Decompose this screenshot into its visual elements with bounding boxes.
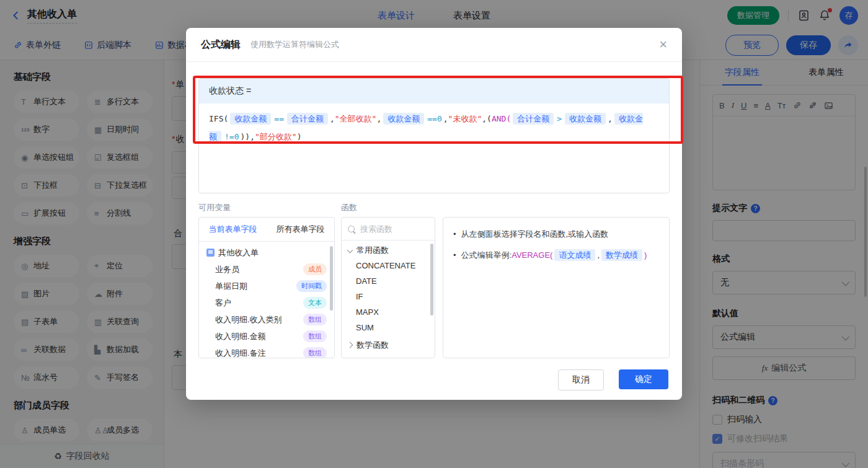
cancel-button[interactable]: 取消 (558, 369, 604, 391)
formula-target: 收款状态 = (199, 79, 669, 104)
close-icon[interactable]: × (659, 38, 667, 51)
function-item[interactable]: SUM (342, 320, 435, 335)
function-group-text[interactable]: 文本函数 (342, 355, 435, 358)
function-item[interactable]: IF (342, 289, 435, 304)
function-group-common[interactable]: 常用函数 (342, 242, 435, 258)
scrollbar[interactable] (330, 246, 333, 311)
chevron-right-icon (347, 342, 353, 348)
type-badge: 数组 (303, 347, 327, 358)
function-item[interactable]: DATE (342, 273, 435, 289)
function-item[interactable]: CONCATENATE (342, 258, 435, 273)
variable-item[interactable]: 收入明细.金额数组 (199, 328, 334, 345)
variable-item[interactable]: 单据日期时间戳 (199, 278, 334, 294)
tab-all-form-fields[interactable]: 所有表单字段 (267, 218, 334, 241)
variable-item[interactable]: 业务员成员 (199, 261, 334, 278)
help-panel: •从左侧面板选择字段名和函数,或输入函数 • 公式编辑举例:AVERAGE(语文… (443, 217, 670, 358)
field-token: 收款金额 (230, 113, 271, 125)
field-token: 合计金额 (513, 113, 554, 125)
formula-editor-modal: 公式编辑 使用数学运算符编辑公式 × 收款状态 = IFS(收款金额==合计金额… (186, 28, 682, 400)
scrollbar[interactable] (430, 244, 433, 316)
field-token: 收款金额 (383, 113, 424, 125)
field-token: 合计金额 (287, 113, 328, 125)
variables-panel: 当前表单字段 所有表单字段 其他收入单 业务员成员 单据日期时间戳 客户文本 收… (198, 217, 335, 358)
functions-label: 函数 (341, 202, 435, 217)
functions-panel: 常用函数 CONCATENATE DATE IF MAPX SUM 数学函数 文… (341, 217, 435, 358)
search-icon (348, 226, 355, 232)
formula-input-area[interactable]: 收款状态 = IFS(收款金额==合计金额,"全部收款",收款金额==0,"未收… (198, 78, 670, 193)
type-badge: 数组 (303, 314, 327, 325)
type-badge: 成员 (303, 263, 327, 275)
function-search-input[interactable] (359, 224, 417, 234)
type-badge: 文本 (303, 297, 327, 309)
variable-item[interactable]: 收入明细.收入类别数组 (199, 311, 334, 328)
help-example: 公式编辑举例:AVERAGE(语文成绩,数学成绩) (461, 249, 647, 262)
type-badge: 时间戳 (296, 280, 327, 292)
field-token: 收款金额 (565, 113, 606, 125)
function-item[interactable]: MAPX (342, 304, 435, 320)
variable-item[interactable]: 收入明细.备注数组 (199, 345, 334, 358)
form-node[interactable]: 其他收入单 (199, 244, 334, 261)
formula-expression: IFS(收款金额==合计金额,"全部收款",收款金额==0,"未收款",(AND… (199, 104, 669, 152)
variable-item[interactable]: 客户文本 (199, 294, 334, 311)
type-badge: 数组 (303, 330, 327, 342)
function-group-math[interactable]: 数学函数 (342, 337, 435, 353)
help-text: 从左侧面板选择字段名和函数,或输入函数 (461, 227, 609, 241)
modal-subtitle: 使用数学运算符编辑公式 (250, 39, 339, 50)
modal-title: 公式编辑 (201, 38, 241, 51)
form-doc-icon (206, 249, 215, 257)
chevron-down-icon (347, 247, 353, 254)
field-token: 数学成绩 (601, 249, 642, 261)
variables-label: 可用变量 (198, 202, 335, 217)
tab-current-form-fields[interactable]: 当前表单字段 (199, 218, 267, 241)
field-token: 语文成绩 (554, 249, 595, 261)
confirm-button[interactable]: 确定 (619, 369, 668, 389)
